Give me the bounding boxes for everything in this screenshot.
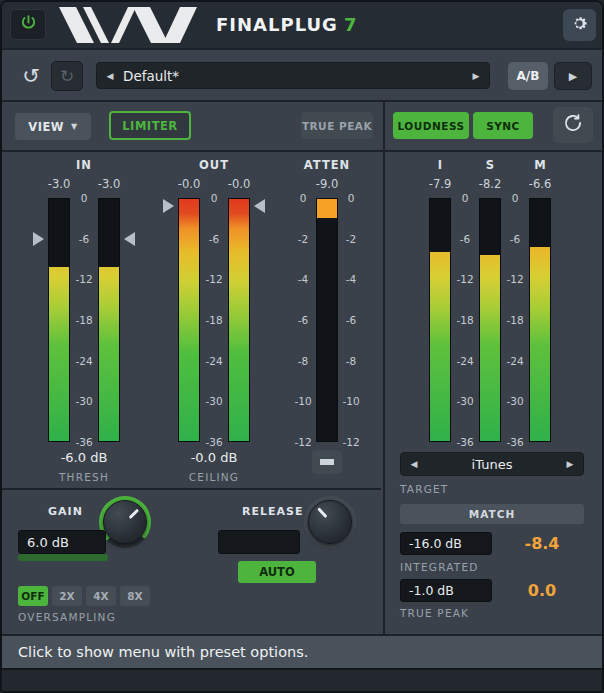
previous-target-icon[interactable]: ◀	[401, 459, 427, 469]
scale-tick: -6	[338, 314, 364, 326]
redo-button[interactable]: ↻	[51, 61, 83, 91]
status-bar: Click to show menu with preset options.	[2, 634, 602, 668]
meter-fill	[480, 255, 500, 441]
gain-knob-pointer	[128, 508, 139, 519]
settings-button[interactable]	[563, 9, 596, 41]
peak-value: -0.0	[221, 177, 257, 191]
preset-name[interactable]: Default*	[123, 68, 463, 84]
ab-compare-button[interactable]: A/B	[508, 62, 548, 90]
scale-tick: -36	[451, 436, 479, 448]
refresh-icon	[563, 113, 583, 137]
integrated-target-field[interactable]: -16.0 dB	[400, 532, 492, 555]
scale-tick: -6	[70, 233, 98, 245]
preset-selector[interactable]: ◀ Default* ▶	[96, 62, 490, 89]
release-knob-pointer	[317, 508, 327, 519]
sync-label: SYNC	[486, 120, 520, 132]
view-label: VIEW	[28, 120, 64, 134]
oversampling-2x-button[interactable]: 2X	[52, 586, 82, 606]
meter-fill	[49, 267, 69, 441]
scale-tick: -24	[200, 355, 228, 367]
scale-tick: -8	[290, 355, 316, 367]
tab-limiter[interactable]: LIMITER	[109, 111, 191, 140]
scale-tick: -18	[70, 314, 98, 326]
meter-scale: 0-2-4-6-8-10-12	[338, 198, 364, 442]
meter-fill	[430, 252, 450, 441]
previous-preset-icon[interactable]: ◀	[97, 71, 123, 81]
auto-release-button[interactable]: AUTO	[238, 561, 316, 583]
peak-value: -8.2	[472, 177, 508, 191]
ceiling-value[interactable]: -0.0 dB	[168, 450, 260, 465]
reset-loudness-button[interactable]	[553, 107, 593, 143]
meter-fill	[317, 199, 337, 218]
threshold-marker-right-icon[interactable]	[124, 232, 135, 246]
scale-tick: -10	[290, 395, 316, 407]
divider	[2, 488, 381, 490]
meter-options-button[interactable]	[312, 450, 342, 474]
attenuation-meter-group: ATTEN -9.0 0-2-4-6-8-10-12 0-2-4-6-8-10-…	[290, 158, 364, 488]
limiter-label: LIMITER	[122, 119, 177, 133]
undo-button[interactable]: ↺	[15, 61, 47, 91]
ceiling-marker-right-icon[interactable]	[254, 199, 265, 213]
scale-tick: 0	[70, 192, 98, 204]
finalplug-window: FINALPLUG7 ↺ ↻ ◀ Default* ▶ A/B ▶ VIEW ▼…	[0, 0, 604, 693]
loudness-meter-group: I S M -7.9 -8.2 -6.6 0-6-12-18-24-30-36 …	[429, 158, 551, 448]
true-peak-target-field[interactable]: -1.0 dB	[400, 579, 492, 602]
scale-tick: 0	[338, 192, 364, 204]
divider	[2, 150, 602, 152]
loudness-toggle[interactable]: LOUDNESS	[393, 112, 469, 139]
true-peak-caption: TRUE PEAK	[400, 607, 469, 619]
loudness-label: LOUDNESS	[397, 120, 464, 132]
threshold-marker-left-icon[interactable]	[33, 232, 44, 246]
next-target-icon[interactable]: ▶	[557, 459, 583, 469]
chevron-down-icon: ▼	[71, 122, 78, 131]
meter-fill	[229, 199, 249, 441]
oversampling-8x-button[interactable]: 8X	[120, 586, 150, 606]
true-peak-toggle[interactable]: TRUE PEAK	[301, 112, 373, 139]
gain-label: GAIN	[48, 505, 83, 518]
short-term-meter	[479, 198, 501, 442]
atten-meter	[316, 198, 338, 442]
scale-tick: -12	[70, 273, 98, 285]
meter-scale: 0-6-12-18-24-30-36	[200, 198, 228, 442]
divider	[383, 100, 385, 634]
ceiling-caption: CEILING	[164, 471, 264, 483]
gear-icon	[570, 14, 589, 37]
target-selector[interactable]: ◀ iTunes ▶	[400, 452, 584, 476]
header-bar: FINALPLUG7	[2, 2, 602, 48]
meter-scale: 0-6-12-18-24-30-36	[501, 198, 529, 442]
oversampling-off-button[interactable]: OFF	[18, 586, 48, 606]
ism-label: M	[522, 158, 558, 172]
preset-step-button[interactable]: ▶	[554, 62, 592, 90]
sync-toggle[interactable]: SYNC	[473, 112, 533, 139]
scale-tick: -4	[290, 273, 316, 285]
momentary-meter	[529, 198, 551, 442]
os-label: 2X	[59, 590, 74, 602]
match-button[interactable]: MATCH	[400, 504, 584, 524]
gain-value-field[interactable]: 6.0 dB	[18, 530, 106, 554]
release-knob[interactable]	[304, 496, 356, 548]
meter-scale: 0-6-12-18-24-30-36	[451, 198, 479, 442]
in-meter-left	[48, 198, 70, 442]
oversampling-4x-button[interactable]: 4X	[86, 586, 116, 606]
power-button[interactable]	[10, 9, 46, 40]
view-menu-button[interactable]: VIEW ▼	[15, 113, 91, 140]
target-name[interactable]: iTunes	[427, 457, 557, 472]
out-meter-left	[178, 198, 200, 442]
match-label: MATCH	[469, 508, 515, 520]
scale-tick: -24	[70, 355, 98, 367]
scale-tick: -6	[451, 233, 479, 245]
next-preset-icon[interactable]: ▶	[463, 71, 489, 81]
brand-logo	[59, 7, 207, 47]
release-value-field[interactable]	[218, 530, 300, 554]
scale-tick: -6	[501, 233, 529, 245]
true-peak-label: TRUE PEAK	[302, 120, 372, 132]
gain-knob[interactable]	[99, 496, 151, 548]
scale-tick: -36	[70, 436, 98, 448]
ceiling-marker-left-icon[interactable]	[163, 199, 174, 213]
app-title-text: FINALPLUG	[216, 14, 338, 35]
gain-range-bar	[18, 554, 108, 561]
redo-icon: ↻	[60, 66, 74, 86]
footer-bar	[2, 668, 602, 691]
scale-tick: -6	[290, 314, 316, 326]
threshold-value[interactable]: -6.0 dB	[38, 450, 130, 465]
